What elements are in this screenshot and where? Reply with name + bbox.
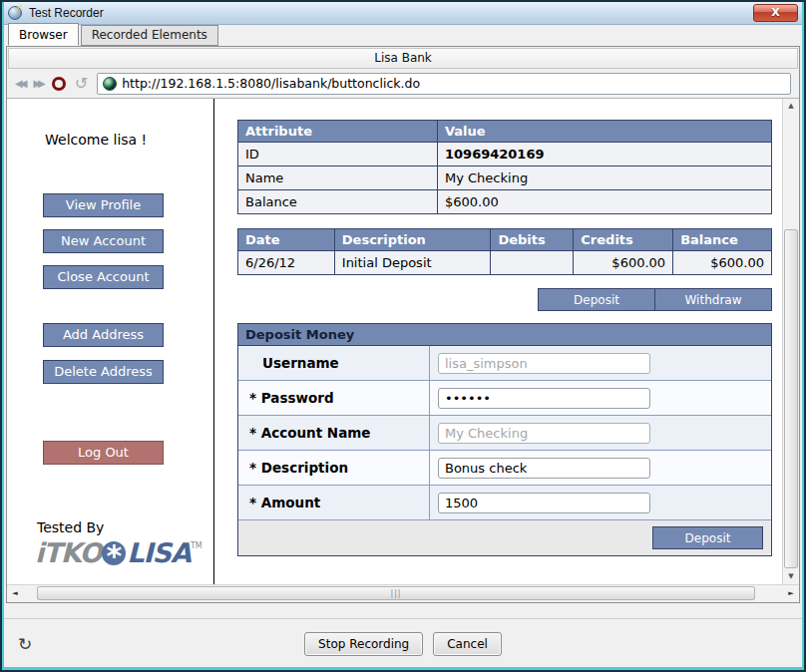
amount-field[interactable] (438, 493, 650, 513)
attr-id-label: ID (238, 143, 438, 167)
tested-by-label: Tested By (37, 519, 213, 535)
close-account-button[interactable]: Close Account (43, 265, 164, 289)
col-balance: Balance (673, 229, 772, 251)
attr-id-value: 10969420169 (438, 143, 772, 167)
logo-lisa-text: LISA (127, 537, 191, 568)
txn-description: Initial Deposit (334, 251, 491, 275)
reload-icon[interactable]: ↻ (18, 634, 32, 654)
logo-itko-text: iTKO (35, 537, 101, 568)
view-profile-button[interactable]: View Profile (43, 193, 164, 217)
description-field[interactable] (438, 458, 650, 479)
col-description: Description (334, 229, 491, 251)
welcome-message: Welcome lisa ! (45, 132, 213, 148)
form-row-password: * Password (238, 381, 771, 416)
stop-recording-button[interactable]: Stop Recording (304, 632, 423, 656)
app-icon (8, 6, 22, 20)
form-row-username: Username (238, 346, 771, 381)
txn-credits: $600.00 (574, 251, 673, 275)
amount-cell (430, 486, 771, 519)
form-title: Deposit Money (238, 324, 771, 346)
browser-toolbar: ◀◀ ▶▶ ↺ http://192.168.1.5:8080/lisabank… (7, 69, 799, 99)
txn-date: 6/26/12 (238, 251, 335, 275)
password-label: * Password (238, 381, 430, 415)
horizontal-scroll-thumb[interactable]: ||| (37, 586, 755, 600)
vertical-scroll-thumb[interactable] (784, 229, 798, 568)
account-actions: Deposit Withdraw (237, 288, 772, 311)
form-row-amount: * Amount (238, 486, 771, 520)
back-icon[interactable]: ◀◀ (15, 78, 24, 89)
password-cell (430, 381, 771, 415)
recorder-footer: ↻ Stop Recording Cancel (2, 603, 804, 668)
form-footer: Deposit (238, 520, 771, 555)
account-name-field[interactable] (438, 423, 650, 444)
username-label: Username (238, 346, 430, 380)
log-out-button[interactable]: Log Out (43, 441, 164, 465)
add-address-button[interactable]: Add Address (43, 323, 164, 347)
logo-trademark: TM (191, 541, 202, 550)
attr-balance-label: Balance (238, 190, 438, 214)
close-button[interactable]: X (753, 4, 798, 22)
account-name-cell (430, 416, 771, 450)
delete-address-button[interactable]: Delete Address (43, 360, 164, 384)
scroll-right-icon[interactable]: ► (783, 585, 799, 601)
password-field[interactable] (438, 388, 650, 409)
page-viewport: Welcome lisa ! View Profile New Account … (7, 99, 799, 584)
horizontal-scroll-track[interactable]: ||| (23, 585, 783, 601)
account-content: Attribute Value ID 10969420169 Name My C… (214, 99, 782, 584)
username-field[interactable] (438, 353, 650, 374)
scroll-up-icon[interactable]: ▲ (783, 99, 799, 114)
col-credits: Credits (574, 229, 673, 251)
bank-sidebar: Welcome lisa ! View Profile New Account … (7, 99, 213, 584)
withdraw-tab-button[interactable]: Withdraw (654, 288, 772, 311)
table-row: 6/26/12 Initial Deposit $600.00 $600.00 (238, 251, 772, 275)
col-value: Value (438, 121, 772, 143)
window-title: Test Recorder (29, 6, 104, 20)
url-bar[interactable]: http://192.168.1.5:8080/lisabank/buttonc… (97, 73, 791, 95)
spark-icon (16, 4, 23, 13)
txn-balance: $600.00 (673, 251, 772, 275)
description-label: * Description (238, 451, 430, 485)
browser-panel: Lisa Bank ◀◀ ▶▶ ↺ http://192.168.1.5:808… (6, 46, 800, 603)
tab-browser[interactable]: Browser (8, 23, 79, 46)
deposit-tab-button[interactable]: Deposit (538, 288, 655, 311)
col-date: Date (238, 229, 335, 251)
scroll-grip-icon: ||| (390, 589, 401, 598)
footer-buttons: Stop Recording Cancel (304, 632, 502, 656)
transactions-table: Date Description Debits Credits Balance … (237, 228, 772, 275)
footer-spacer (2, 603, 804, 618)
account-name-label: * Account Name (238, 416, 430, 450)
vertical-scrollbar[interactable]: ▲ ▼ (782, 99, 799, 584)
tab-recorded-elements[interactable]: Recorded Elements (81, 25, 218, 46)
itko-lisa-logo: iTKO * LISA TM (35, 537, 213, 568)
title-bar[interactable]: Test Recorder X (2, 2, 804, 25)
forward-icon[interactable]: ▶▶ (33, 78, 42, 89)
attr-name-value: My Checking (438, 167, 772, 190)
deposit-submit-button[interactable]: Deposit (652, 526, 763, 549)
refresh-icon[interactable]: ↺ (75, 77, 88, 91)
table-row: Balance $600.00 (238, 190, 772, 214)
account-attributes-table: Attribute Value ID 10969420169 Name My C… (237, 120, 772, 214)
url-text[interactable]: http://192.168.1.5:8080/lisabank/buttonc… (122, 76, 420, 91)
new-account-button[interactable]: New Account (43, 229, 164, 253)
table-header-row: Date Description Debits Credits Balance (238, 229, 772, 251)
form-row-account-name: * Account Name (238, 416, 771, 451)
footer-bar: ↻ Stop Recording Cancel (2, 618, 804, 668)
test-recorder-window: Test Recorder X Browser Recorded Element… (0, 0, 806, 672)
table-header-row: Attribute Value (238, 121, 772, 143)
scroll-down-icon[interactable]: ▼ (783, 569, 799, 584)
tab-strip: Browser Recorded Elements (2, 25, 804, 46)
record-icon[interactable] (52, 77, 66, 91)
table-row: ID 10969420169 (238, 143, 772, 167)
deposit-money-form: Deposit Money Username * Password (237, 323, 772, 556)
horizontal-scrollbar[interactable]: ◄ ||| ► (7, 584, 799, 601)
scroll-left-icon[interactable]: ◄ (7, 585, 23, 601)
username-cell (430, 346, 771, 380)
lisa-flower-icon: * (102, 541, 126, 565)
description-cell (430, 451, 771, 485)
attr-balance-value: $600.00 (438, 190, 772, 214)
cancel-button[interactable]: Cancel (433, 632, 502, 656)
globe-icon (103, 77, 117, 91)
col-debits: Debits (491, 229, 574, 251)
col-attribute: Attribute (238, 121, 438, 143)
txn-debits (491, 251, 574, 275)
